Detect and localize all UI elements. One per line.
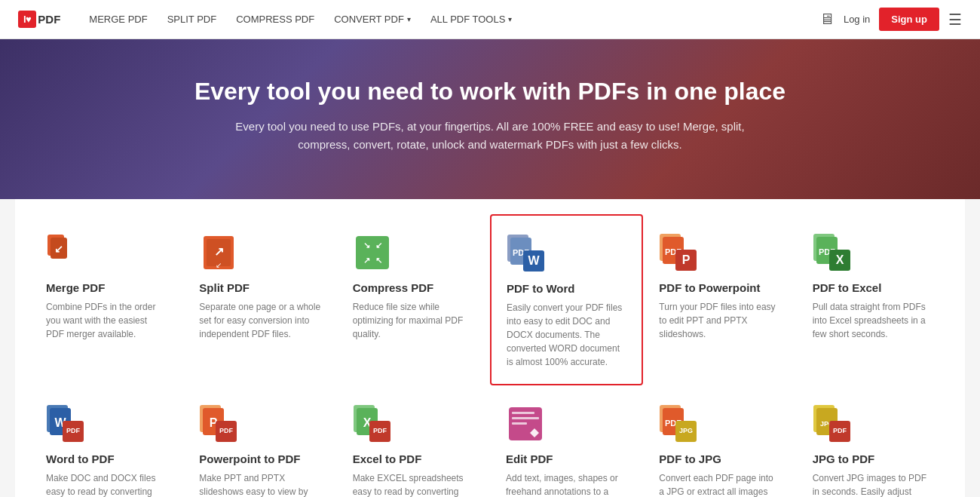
svg-rect-46 [512, 422, 527, 425]
tool-desc-edit-pdf: Add text, images, shapes or freehand ann… [506, 471, 627, 497]
tool-desc-pdf-to-powerpoint: Turn your PDF files into easy to edit PP… [659, 300, 780, 341]
nav-link-split[interactable]: SPLIT PDF [160, 9, 225, 29]
hero-title: Every tool you need to work with PDFs in… [15, 77, 965, 106]
svg-text:↖: ↖ [375, 256, 382, 265]
hamburger-icon[interactable]: ☰ [948, 11, 962, 29]
tool-icon-pdf-to-powerpoint: PDF P [659, 233, 698, 272]
tool-icon-merge-pdf: ↙ ↘ [46, 233, 85, 272]
nav-item-compress[interactable]: COMPRESS PDF [228, 9, 322, 29]
tool-desc-pdf-to-excel: Pull data straight from PDFs into Excel … [813, 300, 934, 341]
svg-text:↗: ↗ [363, 256, 370, 265]
tool-card-split-pdf[interactable]: ↗ ↙ Split PDFSeparate one page or a whol… [183, 214, 336, 385]
tool-icon-excel-to-pdf: X PDF [353, 404, 392, 443]
svg-text:↘: ↘ [363, 241, 370, 250]
tool-icon-pdf-to-jpg: PDF JPG [659, 404, 698, 443]
nav-link-convert[interactable]: CONVERT PDF ▾ [326, 9, 418, 29]
tool-icon-powerpoint-to-pdf: P PDF [199, 404, 238, 443]
tools-grid: ↙ ↘ Merge PDFCombine PDFs in the order y… [30, 214, 950, 497]
navigation: I♥ PDF MERGE PDF SPLIT PDF COMPRESS PDF … [0, 0, 980, 39]
tool-name-pdf-to-jpg: PDF to JPG [659, 453, 780, 465]
tool-desc-split-pdf: Separate one page or a whole set for eas… [199, 300, 320, 341]
nav-link-all-tools[interactable]: ALL PDF TOOLS ▾ [423, 9, 519, 29]
nav-item-all-tools[interactable]: ALL PDF TOOLS ▾ [423, 9, 519, 29]
svg-text:↗: ↗ [214, 245, 224, 258]
chevron-down-icon: ▾ [508, 15, 512, 23]
nav-item-split[interactable]: SPLIT PDF [160, 9, 225, 29]
nav-links: MERGE PDF SPLIT PDF COMPRESS PDF CONVERT… [81, 9, 819, 29]
tool-card-powerpoint-to-pdf[interactable]: P PDF Powerpoint to PDFMake PPT and PPTX… [183, 385, 336, 497]
signup-button[interactable]: Sign up [879, 8, 939, 31]
tool-name-pdf-to-powerpoint: PDF to Powerpoint [659, 281, 780, 294]
tool-name-pdf-to-excel: PDF to Excel [813, 281, 934, 294]
tool-desc-compress-pdf: Reduce file size while optimizing for ma… [353, 300, 474, 341]
tool-icon-pdf-to-excel: PDF X [813, 233, 852, 272]
tool-name-edit-pdf: Edit PDF [506, 453, 627, 465]
tool-card-pdf-to-powerpoint[interactable]: PDF P PDF to PowerpointTurn your PDF fil… [643, 214, 796, 385]
tool-card-excel-to-pdf[interactable]: X PDF Excel to PDFMake EXCEL spreadsheet… [337, 385, 490, 497]
nav-right: 🖥 Log in Sign up ☰ [819, 8, 962, 31]
monitor-icon: 🖥 [819, 11, 835, 28]
svg-text:↘: ↘ [69, 243, 78, 255]
svg-text:W: W [528, 254, 540, 267]
tool-card-pdf-to-jpg[interactable]: PDF JPG PDF to JPGConvert each PDF page … [643, 385, 796, 497]
tool-name-split-pdf: Split PDF [199, 281, 320, 294]
nav-link-compress[interactable]: COMPRESS PDF [228, 9, 322, 29]
tool-desc-pdf-to-jpg: Convert each PDF page into a JPG or extr… [659, 471, 780, 497]
tool-name-pdf-to-word: PDF to Word [507, 282, 626, 295]
chevron-down-icon: ▾ [407, 15, 411, 23]
tool-card-jpg-to-pdf[interactable]: JPG PDF JPG to PDFConvert JPG images to … [797, 385, 950, 497]
hero-section: Every tool you need to work with PDFs in… [0, 39, 980, 199]
tool-name-compress-pdf: Compress PDF [353, 281, 474, 294]
tool-card-word-to-pdf[interactable]: W PDF Word to PDFMake DOC and DOCX files… [30, 385, 183, 497]
nav-link-merge[interactable]: MERGE PDF [81, 9, 155, 29]
svg-rect-8 [356, 236, 389, 269]
tool-desc-excel-to-pdf: Make EXCEL spreadsheets easy to read by … [353, 471, 474, 497]
login-button[interactable]: Log in [844, 14, 870, 25]
tool-card-pdf-to-word[interactable]: PDF W PDF to WordEasily convert your PDF… [490, 214, 643, 385]
svg-rect-45 [512, 417, 539, 419]
svg-text:PDF: PDF [219, 427, 234, 434]
logo[interactable]: I♥ PDF [18, 11, 60, 28]
svg-text:PDF: PDF [373, 427, 387, 434]
nav-item-convert[interactable]: CONVERT PDF ▾ [326, 9, 418, 29]
tool-icon-compress-pdf: ↘ ↙ ↗ ↖ [353, 233, 392, 272]
tool-icon-split-pdf: ↗ ↙ [199, 233, 238, 272]
tool-name-jpg-to-pdf: JPG to PDF [813, 453, 934, 465]
svg-text:↙: ↙ [54, 243, 63, 255]
logo-pdf: PDF [38, 13, 60, 26]
hero-subtitle: Every tool you need to use PDFs, at your… [226, 118, 754, 154]
tool-desc-word-to-pdf: Make DOC and DOCX files easy to read by … [46, 471, 167, 497]
tools-section: ↙ ↘ Merge PDFCombine PDFs in the order y… [15, 199, 965, 497]
svg-text:JPG: JPG [679, 427, 693, 434]
tool-card-merge-pdf[interactable]: ↙ ↘ Merge PDFCombine PDFs in the order y… [30, 214, 183, 385]
svg-text:PDF: PDF [833, 427, 847, 434]
svg-text:↙: ↙ [216, 261, 222, 269]
tool-desc-merge-pdf: Combine PDFs in the order you want with … [46, 300, 167, 341]
tool-icon-edit-pdf [506, 404, 545, 443]
tool-card-pdf-to-excel[interactable]: PDF X PDF to ExcelPull data straight fro… [797, 214, 950, 385]
tool-icon-pdf-to-word: PDF W [507, 234, 546, 273]
tool-card-compress-pdf[interactable]: ↘ ↙ ↗ ↖ Compress PDFReduce file size whi… [337, 214, 490, 385]
tool-name-merge-pdf: Merge PDF [46, 281, 167, 294]
tool-icon-jpg-to-pdf: JPG PDF [813, 404, 852, 443]
tool-name-excel-to-pdf: Excel to PDF [353, 453, 474, 465]
svg-rect-44 [512, 412, 534, 414]
svg-text:PDF: PDF [66, 427, 81, 434]
tool-desc-jpg-to-pdf: Convert JPG images to PDF in seconds. Ea… [813, 471, 934, 497]
tool-name-powerpoint-to-pdf: Powerpoint to PDF [199, 453, 320, 465]
svg-text:↙: ↙ [375, 241, 382, 250]
svg-text:X: X [835, 253, 844, 266]
tool-desc-powerpoint-to-pdf: Make PPT and PPTX slideshows easy to vie… [199, 471, 320, 497]
tool-desc-pdf-to-word: Easily convert your PDF files into easy … [507, 301, 626, 369]
logo-heart: I♥ [18, 11, 36, 28]
tool-card-edit-pdf[interactable]: Edit PDFAdd text, images, shapes or free… [490, 385, 643, 497]
svg-text:P: P [682, 253, 691, 266]
tool-icon-word-to-pdf: W PDF [46, 404, 85, 443]
tool-name-word-to-pdf: Word to PDF [46, 453, 167, 465]
nav-item-merge[interactable]: MERGE PDF [81, 9, 155, 29]
